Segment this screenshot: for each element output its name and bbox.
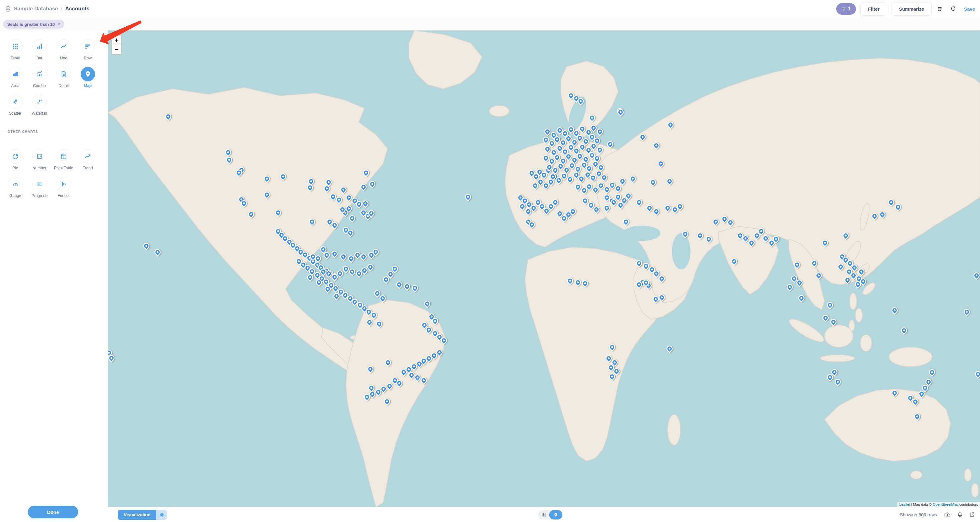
row-chart-icon [81,39,95,54]
chart-type-number[interactable]: 12Number [27,149,51,170]
chart-type-label: Pivot Table [54,166,73,170]
scatter-chart-icon [8,94,22,109]
chart-type-label: Pie [12,166,18,170]
pie-chart-icon [8,149,22,164]
chart-type-grid: TableBarLineRowAreaComboDetailMapScatter… [3,30,103,122]
chart-type-pivot-table[interactable]: Pivot Table [51,149,76,170]
breadcrumb: Sample Database / Accounts [5,6,89,12]
combo-chart-icon [32,67,47,81]
chart-type-table[interactable]: Table [3,39,27,60]
progress-chart-icon [32,177,47,191]
chart-type-line[interactable]: Line [51,39,76,60]
gauge-chart-icon [8,177,22,191]
chart-type-grid: Pie12NumberPivot TableTrendGaugeProgress… [3,140,103,204]
chart-type-row[interactable]: Row [76,39,100,60]
chart-type-label: Scatter [9,111,22,116]
trend-chart-icon [81,149,95,164]
chart-type-waterfall[interactable]: Waterfall [27,94,51,116]
chart-type-sidebar: TableBarLineRowAreaComboDetailMapScatter… [0,30,108,261]
chart-type-label: Combo [33,83,46,88]
chart-type-label: Progress [32,193,47,198]
chart-type-label: Trend [83,166,92,170]
top-header: Sample Database / Accounts 1 Filter Summ… [0,0,490,18]
pivot-chart-icon [57,149,71,164]
chart-type-progress[interactable]: Progress [27,177,51,198]
map-zoom-control: + − [111,35,122,55]
chart-type-pie[interactable]: Pie [3,149,27,170]
chart-type-gauge[interactable]: Gauge [3,177,27,198]
chart-type-label: Row [84,56,92,60]
svg-text:12: 12 [38,155,41,158]
chart-type-label: Funnel [57,193,69,198]
other-charts-heading: OTHER CHARTS [8,130,108,134]
map-chart-icon [81,67,95,81]
world-map-land [108,30,490,261]
chart-type-label: Area [11,83,19,88]
line-chart-icon [57,39,71,54]
zoom-in-button[interactable]: + [112,35,121,45]
chart-type-funnel[interactable]: Funnel [51,177,76,198]
breadcrumb-separator: / [61,6,62,12]
chart-type-label: Line [60,56,67,60]
waterfall-chart-icon [32,94,47,109]
zoom-out-button[interactable]: − [112,45,121,54]
chart-type-combo[interactable]: Combo [27,67,51,88]
chart-type-map[interactable]: Map [76,67,100,88]
chart-type-detail[interactable]: Detail [51,67,76,88]
database-icon [5,6,11,12]
chart-type-trend[interactable]: Trend [76,149,100,170]
chart-type-area[interactable]: Area [3,67,27,88]
chart-type-label: Waterfall [32,111,47,116]
filter-chip[interactable]: Seats is greater than 10 × [3,20,64,29]
chart-type-label: Map [84,83,92,88]
filter-chip-label: Seats is greater than 10 [7,22,55,27]
table-chart-icon [8,39,22,54]
bar-chart-icon [32,39,47,54]
map-canvas[interactable]: + − Leaflet | Map data © OpenStreetMap c… [108,30,490,261]
detail-chart-icon [57,67,71,81]
chart-type-label: Table [11,56,20,60]
chart-type-scatter[interactable]: Scatter [3,94,27,116]
filter-bar: Seats is greater than 10 × [0,18,490,30]
chart-type-label: Gauge [10,193,21,198]
remove-filter-icon[interactable]: × [58,22,60,27]
number-chart-icon: 12 [32,149,47,164]
breadcrumb-table[interactable]: Accounts [65,6,89,12]
chart-type-label: Number [32,166,46,170]
breadcrumb-database[interactable]: Sample Database [14,6,58,12]
funnel-chart-icon [57,177,71,191]
chart-type-bar[interactable]: Bar [27,39,51,60]
area-chart-icon [8,67,22,81]
chart-type-label: Bar [37,56,42,60]
chart-type-label: Detail [59,83,69,88]
